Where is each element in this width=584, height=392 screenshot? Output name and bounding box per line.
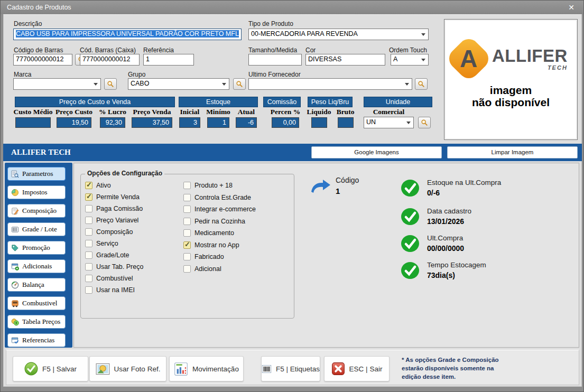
tab-balanca[interactable]: Balança	[7, 278, 66, 292]
ultimo-fornecedor-search-button[interactable]	[415, 78, 428, 90]
etiquetas-button[interactable]: F5 | Etiquetas	[261, 356, 320, 381]
checkbox-icon[interactable]	[183, 218, 191, 225]
checkbox-icon[interactable]	[183, 253, 191, 260]
checkbox-produto-18[interactable]: Produto + 18	[183, 182, 233, 189]
descricao-selected-text: CABO USB PARA IMPRESSORA UNIVERSAL PADRÃ…	[16, 30, 239, 38]
checkbox-combustivel[interactable]: Combustível	[85, 275, 133, 282]
checkbox-icon[interactable]	[85, 193, 92, 201]
tamanho-input[interactable]	[248, 54, 302, 66]
tab-label: Combustivel	[22, 299, 57, 307]
checkbox-icon[interactable]	[183, 265, 191, 273]
status-item-label: Ult.Compra	[427, 234, 463, 242]
checkbox-label: Mostrar no App	[194, 241, 239, 249]
unidade-search-button[interactable]	[418, 117, 431, 128]
checkbox-icon[interactable]	[183, 206, 191, 213]
tipo-produto-select[interactable]: 00-MERCADORIA PARA REVENDA	[248, 29, 429, 40]
col-inicial-label: Inicial	[177, 108, 202, 116]
unidade-comercial-select[interactable]: UN	[364, 117, 414, 128]
ordem-touch-select[interactable]: A	[391, 54, 429, 66]
marca-search-button[interactable]	[104, 78, 117, 90]
checkbox-label: Produto + 18	[194, 182, 233, 189]
codigo-label: Código	[336, 176, 359, 184]
checkbox-preco-variavel[interactable]: Preço Variavel	[85, 217, 138, 224]
close-icon[interactable]: ✕	[564, 2, 578, 13]
peso-liquido-field[interactable]	[311, 117, 327, 128]
checkbox-controla-est-grade[interactable]: Controla Est.Grade	[183, 194, 251, 201]
checkbox-icon[interactable]	[85, 286, 92, 294]
tab-composicao[interactable]: Composição	[7, 204, 66, 218]
checkbox-icon[interactable]	[183, 182, 191, 189]
magnifier-icon	[236, 80, 243, 88]
grupo-search-button[interactable]	[233, 78, 246, 90]
tab-tabela-precos[interactable]: Tabela Preços	[7, 315, 66, 329]
checkbox-usar-na-imei[interactable]: Usar na IMEI	[85, 286, 135, 294]
checkbox-servico[interactable]: Serviço	[85, 240, 118, 247]
checkbox-icon[interactable]	[85, 251, 92, 259]
checkbox-icon[interactable]	[85, 240, 92, 247]
checkbox-paga-comissao[interactable]: Paga Comissão	[85, 205, 143, 212]
tab-referencias[interactable]: Referencias	[7, 333, 66, 347]
checkbox-adicional[interactable]: Adicional	[183, 265, 221, 273]
chevron-down-icon	[406, 122, 411, 124]
checkbox-fabricado[interactable]: Fabricado	[183, 253, 224, 260]
tab-grade-lote[interactable]: Grade / Lote	[7, 222, 66, 236]
descricao-input[interactable]: CABO USB PARA IMPRESSORA UNIVERSAL PADRÃ…	[13, 29, 242, 40]
tab-label: Impostos	[22, 188, 48, 197]
cor-input[interactable]: DIVERSAS	[305, 54, 385, 66]
estoque-atual-field[interactable]: -6	[236, 117, 257, 128]
tab-parametros[interactable]: Parametros	[7, 167, 66, 181]
checkbox-permite-venda[interactable]: Permite Venda	[85, 193, 140, 201]
checkbox-label: Paga Comissão	[96, 205, 143, 212]
tab-combustivel[interactable]: Combustivel	[7, 296, 66, 310]
limpar-imagem-button[interactable]: Limpar Imagem	[447, 146, 578, 158]
comissao-percen-field[interactable]: 0,00	[272, 117, 299, 128]
estoque-minimo-field[interactable]: 1	[207, 117, 229, 128]
tab-label: Grade / Lote	[22, 225, 57, 234]
movimentacao-button[interactable]: Movimentação	[169, 356, 244, 381]
checkbox-icon[interactable]	[85, 228, 92, 236]
checkbox-integrar-ecommerce[interactable]: Integrar e-commerce	[183, 206, 256, 213]
tab-impostos[interactable]: Impostos	[7, 185, 66, 199]
checkbox-grade-lote[interactable]: Grade/Lote	[85, 251, 129, 259]
peso-bruto-field[interactable]	[338, 117, 354, 128]
status-item-value: 73dia(s)	[427, 271, 455, 279]
checkbox-composicao[interactable]: Composição	[85, 228, 133, 236]
google-imagens-button[interactable]: Google Imagens	[311, 146, 442, 158]
lucro-field[interactable]: 92,30	[100, 117, 125, 128]
checkbox-icon[interactable]	[183, 229, 191, 237]
checkbox-usar-tab-preco[interactable]: Usar Tab. Preço	[85, 263, 143, 270]
preco-custo-field[interactable]: 19,50	[57, 117, 91, 128]
col-custo-medio-label: Custo Médio	[11, 108, 55, 116]
checkbox-icon[interactable]	[85, 205, 92, 212]
tab-adicionais[interactable]: Adicionais	[7, 259, 66, 273]
checkbox-icon[interactable]	[85, 217, 92, 224]
salvar-button[interactable]: F5 | Salvar	[13, 356, 88, 381]
brand-name: ALLIFER	[492, 47, 568, 64]
ultimo-fornecedor-select[interactable]	[248, 78, 412, 90]
group-header-preco: Preço de Custo e Venda	[15, 97, 175, 107]
checkbox-icon[interactable]	[85, 182, 92, 189]
grupo-select[interactable]: CABO	[128, 78, 229, 90]
title-bar: Cadastro de Produtos ✕	[1, 1, 583, 14]
codigo-barras-input[interactable]: 7770000000012	[13, 54, 72, 66]
estoque-inicial-field[interactable]: 3	[179, 117, 200, 128]
product-registration-window: Cadastro de Produtos ✕ Descrição CABO US…	[0, 0, 584, 392]
usar-foto-button[interactable]: Usar Foto Ref.	[89, 356, 166, 381]
checkbox-ativo[interactable]: Ativo	[85, 182, 111, 189]
tab-promocao[interactable]: Promoção	[7, 241, 66, 255]
checkbox-pedir-na-cozinha[interactable]: Pedir na Cozinha	[183, 218, 245, 225]
custo-medio-field[interactable]	[15, 117, 51, 128]
checkbox-icon[interactable]	[85, 275, 92, 282]
marca-select[interactable]	[13, 78, 101, 90]
preco-venda-field[interactable]: 37,50	[132, 117, 172, 128]
col-percen-label: Percen %	[267, 108, 303, 116]
checkbox-mostrar-no-app[interactable]: Mostrar no App	[183, 241, 239, 249]
referencia-input[interactable]: 1	[143, 54, 194, 66]
chevron-down-icon	[94, 83, 98, 86]
checkbox-icon[interactable]	[85, 263, 92, 270]
checkbox-icon[interactable]	[183, 241, 191, 249]
sair-button[interactable]: ESC | Sair	[324, 356, 390, 381]
checkbox-icon[interactable]	[183, 194, 191, 201]
checkbox-medicamento[interactable]: Medicamento	[183, 229, 234, 237]
cod-barras-caixa-input[interactable]: 7770000000012	[80, 54, 140, 66]
